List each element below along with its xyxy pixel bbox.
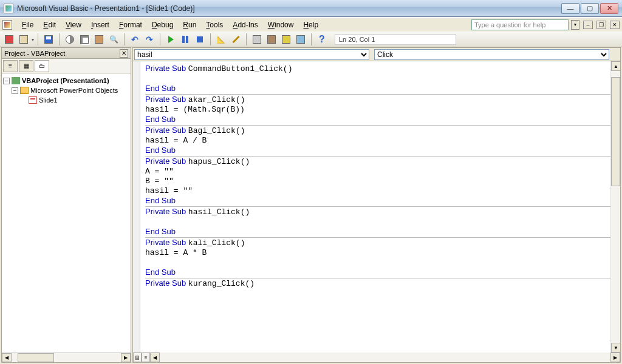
project-tree[interactable]: –VBAProject (Presentation1) –Microsoft P… (2, 73, 131, 352)
object-dropdown[interactable]: hasil (134, 49, 369, 60)
code-margin (133, 61, 140, 352)
cursor-position-status: Ln 20, Col 1 (335, 34, 456, 45)
insert-userform-button[interactable] (17, 33, 30, 46)
copy-button[interactable] (78, 33, 91, 46)
scroll-down-icon[interactable]: ▼ (611, 343, 621, 352)
object-browser-button[interactable] (279, 33, 293, 46)
run-button[interactable] (164, 33, 177, 46)
scroll-left-icon[interactable]: ◀ (150, 352, 160, 362)
help-search-input[interactable] (471, 19, 569, 30)
cut-button[interactable] (63, 33, 77, 46)
menu-view[interactable]: View (61, 19, 86, 31)
pencil-button[interactable] (229, 33, 242, 46)
scroll-right-icon[interactable]: ▶ (610, 352, 620, 362)
project-pane-title: Project - VBAProject (4, 50, 65, 57)
project-hscroll[interactable]: ◀ ▶ (2, 352, 131, 362)
undo-button[interactable]: ↶ (128, 33, 142, 46)
menu-debug[interactable]: Debug (147, 19, 178, 31)
break-button[interactable] (179, 33, 192, 46)
scroll-up-icon[interactable]: ▲ (611, 61, 621, 71)
procedure-view-button[interactable]: ▤ (133, 352, 142, 362)
procedure-dropdown[interactable]: Click (374, 49, 609, 60)
toolbox-button[interactable] (294, 33, 307, 46)
minimize-button[interactable]: — (561, 3, 579, 14)
menu-format[interactable]: Format (114, 19, 147, 31)
menu-tools[interactable]: Tools (201, 19, 228, 31)
maximize-button[interactable]: ▢ (581, 3, 599, 14)
reset-button[interactable] (193, 33, 207, 46)
menu-file[interactable]: File (17, 19, 38, 31)
menu-insert[interactable]: Insert (86, 19, 114, 31)
project-item-slide1[interactable]: Slide1 (39, 96, 58, 104)
save-button[interactable] (42, 33, 55, 46)
project-folder[interactable]: Microsoft PowerPoint Objects (30, 87, 118, 94)
paste-button[interactable] (92, 33, 106, 46)
code-editor[interactable]: Private Sub CommandButton1_Click() End S… (140, 61, 610, 352)
full-module-view-button[interactable]: ≡ (142, 352, 150, 362)
toggle-folders-button[interactable]: 🗀 (35, 60, 49, 72)
project-explorer: Project - VBAProject ✕ ≡ ▦ 🗀 –VBAProject… (1, 47, 131, 363)
design-mode-button[interactable]: 📐 (214, 33, 228, 46)
window-title: Microsoft Visual Basic - Presentation1 -… (17, 4, 195, 13)
redo-button[interactable]: ↷ (143, 33, 156, 46)
menu-run[interactable]: Run (178, 19, 201, 31)
vb-menu-icon (2, 20, 12, 30)
project-explorer-button[interactable] (250, 33, 264, 46)
app-icon (4, 4, 13, 13)
view-ppt-button[interactable] (2, 33, 16, 46)
code-window: hasil Click Private Sub CommandButton1_C… (132, 47, 621, 363)
hscroll-track[interactable] (160, 352, 610, 362)
menu-add-ins[interactable]: Add-Ins (228, 19, 262, 31)
scroll-left-icon[interactable]: ◀ (2, 353, 12, 362)
view-object-button[interactable]: ▦ (19, 60, 33, 72)
menu-window[interactable]: Window (263, 19, 299, 31)
mdi-minimize-button[interactable]: – (583, 21, 593, 29)
properties-window-button[interactable] (265, 33, 278, 46)
titlebar: Microsoft Visual Basic - Presentation1 -… (0, 0, 622, 17)
scroll-thumb[interactable] (611, 77, 620, 186)
help-button[interactable]: ? (315, 33, 329, 46)
menu-help[interactable]: Help (298, 19, 323, 31)
help-dropdown-icon[interactable]: ▾ (571, 20, 579, 30)
scroll-right-icon[interactable]: ▶ (121, 353, 131, 362)
code-vscroll[interactable]: ▲ ▼ (610, 61, 620, 352)
find-button[interactable]: 🔍 (107, 33, 120, 46)
project-root[interactable]: VBAProject (Presentation1) (22, 77, 109, 84)
menubar: FileEditViewInsertFormatDebugRunToolsAdd… (0, 17, 622, 32)
close-button[interactable]: ✕ (600, 3, 618, 14)
mdi-restore-button[interactable]: ❐ (596, 21, 606, 29)
menu-edit[interactable]: Edit (38, 19, 61, 31)
project-close-button[interactable]: ✕ (120, 49, 128, 58)
toolbar: ▾ 🔍 ↶ ↷ 📐 ? Ln 20, Col 1 (0, 32, 622, 47)
mdi-close-button[interactable]: ✕ (610, 21, 620, 29)
view-code-button[interactable]: ≡ (3, 60, 18, 72)
